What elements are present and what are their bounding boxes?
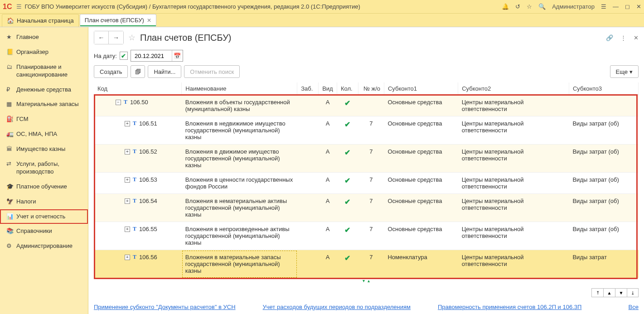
footer-all-link[interactable]: Все [629,304,639,310]
expand-icon[interactable]: + [125,227,130,232]
sidebar-item[interactable]: 🏛Имущество казны [0,142,88,157]
copy-icon: 🗐 [135,68,141,75]
home-icon: 🏠 [7,17,14,24]
date-label: На дату: [94,53,117,59]
close-tab-icon[interactable]: ✕ [147,17,151,24]
sidebar-item[interactable]: 📊Учет и отчетность [0,209,88,224]
col-vid[interactable]: Вид [319,82,337,95]
account-type-icon: T [124,99,127,106]
hamburger-icon[interactable]: ☰ [16,3,22,10]
sidebar-item-icon: ₽ [6,86,16,94]
cancel-find-button[interactable]: Отменить поиск [184,65,240,78]
expand-icon[interactable]: + [125,149,130,155]
scroll-up-button[interactable]: ▲ [603,288,615,297]
footer-link-2[interactable]: Учет расходов будущих периодов по подраз… [263,304,411,310]
sidebar-item[interactable]: ▦Материальные запасы [0,97,88,112]
minimize-icon[interactable]: — [613,3,619,10]
col-code[interactable]: Код [94,82,182,95]
expand-icon[interactable]: + [125,255,130,260]
sidebar-item[interactable]: 🗂Планирование и санкционирование [0,60,88,82]
calendar-icon[interactable]: 📅 [172,50,183,61]
cell-kol: ✔ [337,222,358,250]
date-input[interactable] [131,53,172,59]
date-checkbox[interactable]: ✔ [120,52,128,60]
code-value: 106.55 [139,226,157,232]
sidebar-item-icon: ▦ [6,101,16,108]
collapse-icon[interactable]: − [116,100,121,105]
cell-sub3 [569,95,638,116]
link-icon[interactable]: 🔗 [606,34,613,41]
accounts-table: Код Наименование Заб. Вид Кол. № ж/о Суб… [94,82,639,278]
scroll-bottom-button[interactable]: ⤓ [627,288,639,297]
account-type-icon: T [133,176,136,183]
maximize-icon[interactable]: ◻ [625,3,630,10]
col-njo[interactable]: № ж/о [358,82,384,95]
expand-icon[interactable]: + [125,177,130,183]
close-page-icon[interactable]: ✕ [634,34,639,41]
scroll-down-button[interactable]: ▼ [615,288,627,297]
cell-njo: 7 [358,250,384,278]
sidebar-item[interactable]: 📒Органайзер [0,45,88,60]
bell-icon[interactable]: 🔔 [502,3,509,10]
settings-icon[interactable]: ☰ [601,3,606,10]
sidebar-item[interactable]: ⚙Администрирование [0,239,88,254]
cell-zab [297,250,319,278]
cell-sub1: Основные средства [384,95,458,116]
cell-code: +T106.51 [94,116,182,145]
kebab-icon[interactable]: ⋮ [620,34,626,41]
create-button[interactable]: Создать [94,65,128,78]
sidebar-item[interactable]: ⇄Услуги, работы, производство [0,157,88,179]
sidebar-item[interactable]: ★Главное [0,30,88,45]
table-row[interactable]: +T106.55Вложения в непроизведенные актив… [94,222,639,250]
username[interactable]: Администратор [552,3,595,10]
col-sub1[interactable]: Субконто1 [384,82,458,95]
table-row[interactable]: +T106.52Вложения в движимое имущество го… [94,145,639,173]
search-icon[interactable]: 🔍 [538,3,546,10]
close-window-icon[interactable]: ✕ [636,3,641,10]
col-zab[interactable]: Заб. [297,82,319,95]
table-row[interactable]: +T106.53Вложения в ценности государствен… [94,173,639,194]
cell-njo: 7 [358,194,384,222]
copy-button[interactable]: 🗐 [131,65,145,78]
sidebar-item[interactable]: 🦅Налоги [0,194,88,209]
col-sub3[interactable]: Субконто3 [569,82,638,95]
table-row[interactable]: +T106.54Вложения в нематериальные активы… [94,194,639,222]
favorite-star-icon[interactable]: ☆ [128,33,136,43]
find-button[interactable]: Найти... [148,65,181,78]
table-row[interactable]: +T106.51Вложения в недвижимое имущество … [94,116,639,145]
cell-sub1: Основные средства [384,194,458,222]
cell-code: +T106.53 [94,173,182,194]
tab-home[interactable]: 🏠 Начальная страница [2,14,79,27]
scroll-top-button[interactable]: ⤒ [591,288,603,297]
expand-icon[interactable]: + [125,121,130,126]
check-icon: ✔ [344,177,350,184]
cell-zab [297,145,319,173]
sidebar-item[interactable]: 🎓Платное обучение [0,179,88,194]
sidebar-item-icon: 🎓 [6,183,16,191]
col-sub2[interactable]: Субконто2 [458,82,569,95]
nav-forward-button[interactable]: → [109,31,123,44]
sidebar-item[interactable]: ₽Денежные средства [0,82,88,97]
table-row[interactable]: −T106.50Вложения в объекты государственн… [94,95,639,116]
more-button[interactable]: Еще ▾ [610,65,639,78]
expand-icon[interactable]: + [125,198,130,204]
sidebar-item[interactable]: 🚛ОС, НМА, НПА [0,127,88,142]
cell-sub1: Основные средства [384,222,458,250]
sidebar-item[interactable]: ⛽ГСМ [0,112,88,127]
sidebar-item[interactable]: 📚Справочники [0,224,88,239]
footer-link-1[interactable]: Применение субконто "Документы расчетов"… [94,304,236,310]
sidebar-item-label: Платное обучение [16,183,67,191]
nav-back-button[interactable]: ← [94,31,109,44]
sidebar-item-icon: ★ [6,34,16,41]
tab-chart-of-accounts[interactable]: План счетов (ЕПСБУ) ✕ [80,14,156,27]
table-row[interactable]: +T106.56Вложения в материальные запасы г… [94,250,639,278]
footer-link-3[interactable]: Правомерность применения счетов 106.2П и… [438,304,581,310]
titlebar-right: 🔔 ↺ ☆ 🔍 Администратор ☰ — ◻ ✕ [502,3,641,10]
star-icon[interactable]: ☆ [527,3,532,10]
cell-vid: А [319,194,337,222]
check-icon: ✔ [344,121,350,128]
col-name[interactable]: Наименование [182,82,297,95]
history-icon[interactable]: ↺ [515,3,520,10]
sidebar-item-icon: 🏛 [6,145,16,153]
col-kol[interactable]: Кол. [337,82,358,95]
